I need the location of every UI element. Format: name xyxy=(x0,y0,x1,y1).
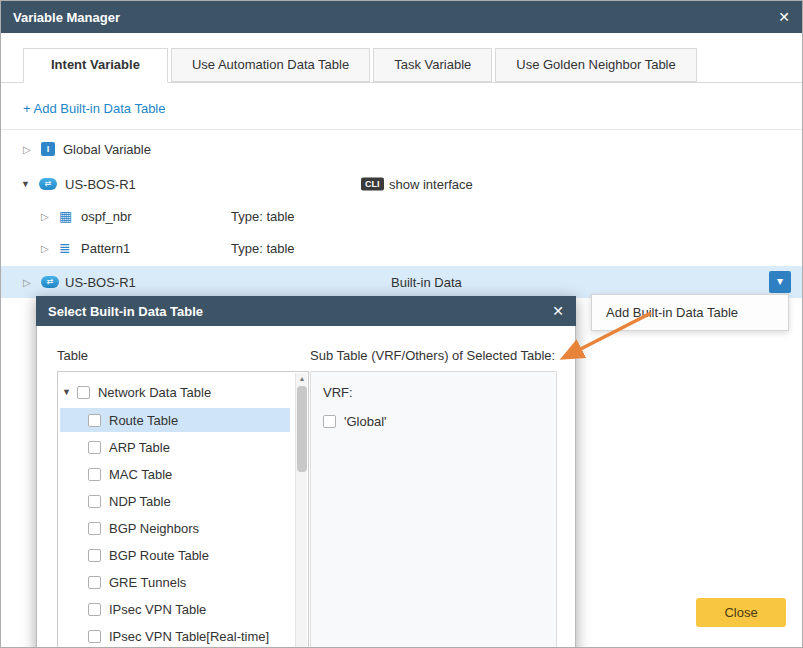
modal-close-icon[interactable]: ✕ xyxy=(552,303,564,319)
checkbox[interactable] xyxy=(88,603,101,616)
tree-row-label: ospf_nbr xyxy=(81,209,132,224)
list-item-ndp-table[interactable]: NDP Table xyxy=(60,489,290,513)
table-list-label: GRE Tunnels xyxy=(109,575,186,590)
vrf-option-global[interactable]: 'Global' xyxy=(323,414,387,429)
modal-title: Select Built-in Data Table xyxy=(48,304,203,319)
tab-use-golden-neighbor-table[interactable]: Use Golden Neighbor Table xyxy=(495,48,696,82)
vrf-label: VRF: xyxy=(323,385,353,400)
table-list-label: IPsec VPN Table[Real-time] xyxy=(109,629,269,644)
collapse-caret-icon[interactable]: ▼ xyxy=(62,387,71,397)
checkbox[interactable] xyxy=(88,576,101,589)
close-button[interactable]: Close xyxy=(696,598,786,627)
modal-body: Table Sub Table (VRF/Others) of Selected… xyxy=(36,326,576,648)
checkbox[interactable] xyxy=(323,415,336,428)
pattern-icon: ≣ xyxy=(59,240,71,256)
list-item-bgp-route-table[interactable]: BGP Route Table xyxy=(60,543,290,567)
checkbox[interactable] xyxy=(77,386,90,399)
tree-row-device-usbosr1[interactable]: ▼ ⇄ US-BOS-R1 CLI show interface xyxy=(1,168,802,200)
collapse-caret-icon[interactable]: ▼ xyxy=(21,179,30,189)
tab-bar: Intent Variable Use Automation Data Tabl… xyxy=(1,49,802,83)
list-item-bgp-neighbors[interactable]: BGP Neighbors xyxy=(60,516,290,540)
list-item-gre-tunnels[interactable]: GRE Tunnels xyxy=(60,570,290,594)
table-list-label: BGP Neighbors xyxy=(109,521,199,536)
scroll-up-icon[interactable]: ▲ xyxy=(296,375,308,382)
select-built-in-data-table-modal: Select Built-in Data Table ✕ Table Sub T… xyxy=(36,296,576,648)
table-list-label: NDP Table xyxy=(109,494,171,509)
tree-row-ospf-nbr[interactable]: ▷ ▦ ospf_nbr Type: table xyxy=(1,200,802,232)
subtable-panel-label: Sub Table (VRF/Others) of Selected Table… xyxy=(310,348,555,363)
cli-badge: CLI xyxy=(361,178,384,191)
tree-row-label: Pattern1 xyxy=(81,241,130,256)
checkbox[interactable] xyxy=(88,441,101,454)
global-variable-icon: I xyxy=(41,142,55,156)
window-titlebar: Variable Manager ✕ xyxy=(1,1,802,33)
divider xyxy=(1,129,802,130)
table-list-label: Network Data Table xyxy=(98,385,211,400)
tree-row-global-variable[interactable]: ▷ I Global Variable xyxy=(1,133,802,165)
tab-use-automation-data-table[interactable]: Use Automation Data Table xyxy=(171,48,370,82)
table-list[interactable]: ▼ Network Data Table Route Table ARP Tab… xyxy=(57,371,309,648)
tree-row-pattern1[interactable]: ▷ ≣ Pattern1 Type: table xyxy=(1,232,802,264)
checkbox[interactable] xyxy=(88,630,101,643)
variable-manager-dialog: Variable Manager ✕ Intent Variable Use A… xyxy=(0,0,803,648)
window-title: Variable Manager xyxy=(13,10,120,25)
scrollbar-thumb[interactable] xyxy=(297,386,307,472)
add-built-in-data-table-link[interactable]: + Add Built-in Data Table xyxy=(23,101,166,116)
router-icon: ⇄ xyxy=(39,178,57,190)
close-icon[interactable]: ✕ xyxy=(778,9,790,25)
table-icon: ▦ xyxy=(59,208,72,224)
tab-task-variable[interactable]: Task Variable xyxy=(373,48,492,82)
menu-item-add-built-in-data-table[interactable]: Add Built-in Data Table xyxy=(592,295,788,330)
checkbox[interactable] xyxy=(88,549,101,562)
checkbox[interactable] xyxy=(88,414,101,427)
table-list-label: ARP Table xyxy=(109,440,170,455)
router-icon: ⇄ xyxy=(41,276,59,288)
list-item-arp-table[interactable]: ARP Table xyxy=(60,435,290,459)
expand-caret-icon[interactable]: ▷ xyxy=(23,277,31,288)
list-item-mac-table[interactable]: MAC Table xyxy=(60,462,290,486)
expand-caret-icon[interactable]: ▷ xyxy=(41,211,49,222)
table-panel-label: Table xyxy=(57,348,88,363)
context-menu: Add Built-in Data Table xyxy=(591,294,789,331)
builtin-data-text: Built-in Data xyxy=(391,275,462,290)
tree-row-label: US-BOS-R1 xyxy=(65,275,136,290)
checkbox[interactable] xyxy=(88,468,101,481)
list-item-ipsec-vpn-table[interactable]: IPsec VPN Table xyxy=(60,597,290,621)
vrf-option-label: 'Global' xyxy=(344,414,387,429)
table-list-label: Route Table xyxy=(109,413,178,428)
scrollbar[interactable]: ▲ ▼ xyxy=(295,373,307,648)
type-text: Type: table xyxy=(231,241,295,256)
command-text: show interface xyxy=(389,177,473,192)
table-list-label: IPsec VPN Table xyxy=(109,602,206,617)
modal-titlebar: Select Built-in Data Table ✕ xyxy=(36,296,576,326)
list-item-route-table[interactable]: Route Table xyxy=(60,408,290,432)
table-list-label: MAC Table xyxy=(109,467,172,482)
vrf-panel: VRF: 'Global' xyxy=(310,371,557,648)
tree-row-label: Global Variable xyxy=(63,142,151,157)
tab-intent-variable[interactable]: Intent Variable xyxy=(23,48,168,83)
expand-caret-icon[interactable]: ▷ xyxy=(23,144,31,155)
dropdown-toggle-button[interactable]: ▾ xyxy=(769,271,791,293)
table-list-label: BGP Route Table xyxy=(109,548,209,563)
tree-row-label: US-BOS-R1 xyxy=(65,177,136,192)
checkbox[interactable] xyxy=(88,522,101,535)
checkbox[interactable] xyxy=(88,495,101,508)
expand-caret-icon[interactable]: ▷ xyxy=(41,243,49,254)
type-text: Type: table xyxy=(231,209,295,224)
list-item-ipsec-vpn-table-realtime[interactable]: IPsec VPN Table[Real-time] xyxy=(60,624,290,648)
tree-root-network-data-table[interactable]: ▼ Network Data Table xyxy=(62,380,292,404)
